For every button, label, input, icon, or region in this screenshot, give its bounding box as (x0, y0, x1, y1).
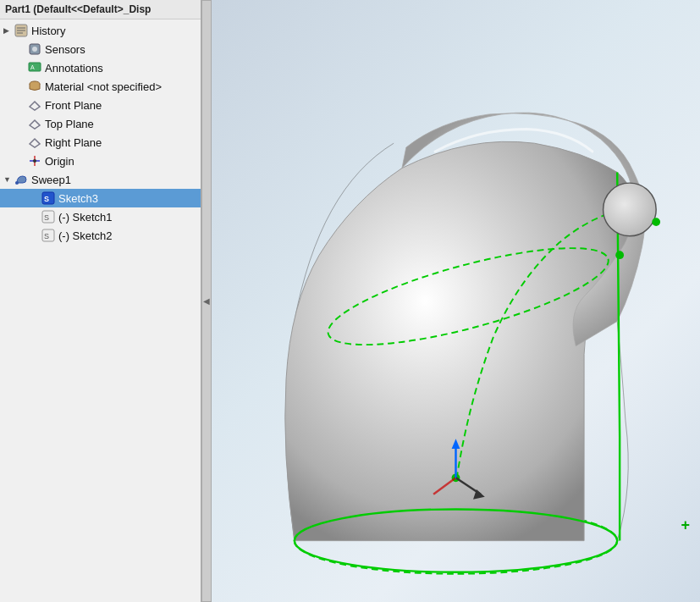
tree-item-top-plane[interactable]: Top Plane (0, 114, 201, 133)
plane-icon (27, 97, 42, 113)
tree-item-label: Sensors (45, 43, 85, 56)
svg-text:S: S (44, 232, 49, 240)
material-icon (27, 79, 42, 94)
3d-model-view (212, 0, 700, 602)
tree-item-sweep1[interactable]: ▼Sweep1 (0, 170, 201, 189)
sketch-grey-icon: S (41, 209, 56, 224)
svg-point-21 (604, 183, 657, 236)
sketch-blue-icon: S (41, 191, 56, 206)
part-title: Part1 (Default<<Default>_Disp (0, 0, 201, 19)
plane-icon (27, 135, 42, 150)
tree-item-label: Right Plane (45, 136, 102, 149)
feature-tree-panel: Part1 (Default<<Default>_Disp ▶HistorySe… (0, 0, 201, 602)
tree-item-sketch2[interactable]: S(-) Sketch2 (0, 226, 201, 245)
sketch-grey-icon: S (41, 228, 56, 243)
tree-expand-arrow[interactable]: ▼ (3, 175, 12, 184)
tree-item-label: Sweep1 (31, 174, 71, 186)
tree-item-label: Top Plane (45, 118, 94, 130)
feature-tree: ▶HistorySensorsAAnnotationsMaterial <not… (0, 19, 201, 602)
tree-expand-arrow[interactable]: ▶ (3, 26, 12, 35)
tree-item-label: Material <not specified> (45, 80, 162, 93)
svg-text:S: S (44, 195, 49, 203)
sensor-icon (27, 41, 42, 57)
sweep-icon (14, 172, 29, 187)
tree-item-label: (-) Sketch2 (58, 229, 113, 242)
tree-item-material[interactable]: Material <not specified> (0, 77, 201, 96)
history-icon (14, 23, 29, 38)
tree-item-annotations[interactable]: AAnnotations (0, 58, 201, 77)
3d-viewport[interactable]: + (212, 0, 700, 602)
annotation-icon: A (27, 60, 42, 75)
tree-item-sketch3[interactable]: SSketch3 (0, 189, 201, 207)
panel-resize-handle[interactable]: ◀ (201, 0, 212, 602)
tree-item-sketch1[interactable]: S(-) Sketch1 (0, 207, 201, 226)
svg-point-11 (33, 159, 36, 163)
tree-item-sensors[interactable]: Sensors (0, 40, 201, 58)
tree-item-label: (-) Sketch1 (58, 211, 113, 224)
svg-point-5 (32, 47, 37, 52)
svg-point-22 (652, 218, 660, 226)
origin-icon (27, 153, 42, 168)
tree-item-history[interactable]: ▶History (0, 21, 201, 40)
tree-item-label: Sketch3 (58, 192, 98, 205)
tree-item-origin[interactable]: Origin (0, 152, 201, 170)
svg-point-23 (615, 251, 624, 259)
tree-item-label: Front Plane (45, 99, 102, 112)
corner-plus-icon[interactable]: + (681, 516, 690, 534)
tree-item-label: Annotations (45, 62, 103, 75)
plane-icon (27, 116, 42, 131)
tree-item-front-plane[interactable]: Front Plane (0, 96, 201, 114)
tree-item-label: History (31, 25, 65, 37)
tree-item-right-plane[interactable]: Right Plane (0, 133, 201, 152)
svg-text:A: A (30, 64, 35, 70)
svg-point-12 (15, 181, 19, 185)
tree-item-label: Origin (45, 155, 74, 168)
svg-text:S: S (44, 213, 49, 222)
